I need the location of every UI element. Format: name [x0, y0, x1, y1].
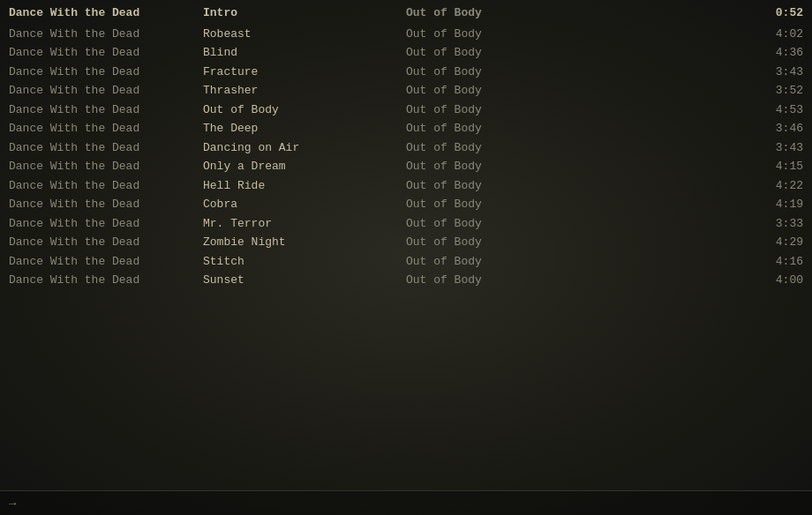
track-title: Sunset: [203, 272, 406, 289]
track-album: Out of Body: [406, 158, 600, 175]
table-row[interactable]: Dance With the DeadThe DeepOut of Body3:…: [0, 119, 812, 138]
track-title: Blind: [203, 44, 406, 62]
track-album: Out of Body: [406, 253, 600, 271]
bottom-bar: →: [0, 490, 812, 515]
track-album: Out of Body: [406, 120, 600, 138]
arrow-icon: →: [9, 496, 16, 511]
track-duration: 4:36: [600, 44, 803, 62]
track-artist: Dance With the Dead: [9, 63, 203, 81]
table-row[interactable]: Dance With the DeadRobeastOut of Body4:0…: [0, 25, 812, 44]
track-artist: Dance With the Dead: [9, 120, 203, 138]
track-artist: Dance With the Dead: [9, 158, 203, 175]
track-title: Only a Dream: [203, 158, 406, 175]
track-album: Out of Body: [406, 82, 600, 100]
track-title: Cobra: [203, 196, 406, 213]
track-title: Robeast: [203, 26, 406, 43]
track-artist: Dance With the Dead: [9, 44, 203, 62]
track-duration: 4:02: [600, 26, 803, 43]
table-row[interactable]: Dance With the DeadMr. TerrorOut of Body…: [0, 214, 812, 234]
track-artist: Dance With the Dead: [9, 272, 203, 289]
track-artist: Dance With the Dead: [9, 177, 203, 195]
track-artist: Dance With the Dead: [9, 101, 203, 119]
track-album: Out of Body: [406, 26, 600, 43]
track-artist: Dance With the Dead: [9, 234, 203, 251]
header-title: Intro: [203, 4, 406, 22]
track-artist: Dance With the Dead: [9, 139, 203, 157]
track-artist: Dance With the Dead: [9, 82, 203, 100]
track-album: Out of Body: [406, 139, 600, 157]
track-title: Stitch: [203, 253, 406, 271]
track-album: Out of Body: [406, 272, 600, 289]
table-row[interactable]: Dance With the DeadDancing on AirOut of …: [0, 138, 812, 158]
track-album: Out of Body: [406, 101, 600, 119]
track-artist: Dance With the Dead: [9, 196, 203, 213]
track-duration: 4:16: [600, 253, 803, 271]
header-artist: Dance With the Dead: [9, 4, 203, 22]
track-title: Fracture: [203, 63, 406, 81]
track-artist: Dance With the Dead: [9, 26, 203, 43]
track-title: Zombie Night: [203, 234, 406, 251]
track-artist: Dance With the Dead: [9, 253, 203, 271]
table-row[interactable]: Dance With the DeadBlindOut of Body4:36: [0, 43, 812, 63]
track-duration: 3:52: [600, 82, 803, 100]
track-duration: 4:00: [600, 272, 803, 289]
table-row[interactable]: Dance With the DeadThrasherOut of Body3:…: [0, 81, 812, 101]
track-duration: 3:43: [600, 63, 803, 81]
table-row[interactable]: Dance With the DeadZombie NightOut of Bo…: [0, 233, 812, 252]
track-album: Out of Body: [406, 63, 600, 81]
header-duration: 0:52: [600, 4, 803, 22]
table-row[interactable]: Dance With the DeadFractureOut of Body3:…: [0, 63, 812, 82]
table-row[interactable]: Dance With the DeadCobraOut of Body4:19: [0, 195, 812, 214]
header-album: Out of Body: [406, 4, 600, 22]
table-row[interactable]: Dance With the DeadStitchOut of Body4:16: [0, 252, 812, 272]
track-duration: 3:33: [600, 215, 803, 233]
track-album: Out of Body: [406, 177, 600, 195]
track-album: Out of Body: [406, 215, 600, 233]
table-row[interactable]: Dance With the DeadOnly a DreamOut of Bo…: [0, 157, 812, 176]
track-duration: 3:46: [600, 120, 803, 138]
track-list-header: Dance With the Dead Intro Out of Body 0:…: [0, 4, 812, 23]
track-title: Mr. Terror: [203, 215, 406, 233]
track-album: Out of Body: [406, 44, 600, 62]
track-album: Out of Body: [406, 196, 600, 213]
track-duration: 4:29: [600, 234, 803, 251]
track-title: The Deep: [203, 120, 406, 138]
track-artist: Dance With the Dead: [9, 215, 203, 233]
table-row[interactable]: Dance With the DeadOut of BodyOut of Bod…: [0, 101, 812, 120]
track-duration: 3:43: [600, 139, 803, 157]
track-duration: 4:15: [600, 158, 803, 175]
track-duration: 4:53: [600, 101, 803, 119]
track-title: Dancing on Air: [203, 139, 406, 157]
track-duration: 4:22: [600, 177, 803, 195]
track-list: Dance With the Dead Intro Out of Body 0:…: [0, 0, 812, 294]
track-album: Out of Body: [406, 234, 600, 251]
track-title: Thrasher: [203, 82, 406, 100]
track-duration: 4:19: [600, 196, 803, 213]
table-row[interactable]: Dance With the DeadHell RideOut of Body4…: [0, 176, 812, 196]
table-row[interactable]: Dance With the DeadSunsetOut of Body4:00: [0, 271, 812, 290]
track-title: Out of Body: [203, 101, 406, 119]
track-title: Hell Ride: [203, 177, 406, 195]
